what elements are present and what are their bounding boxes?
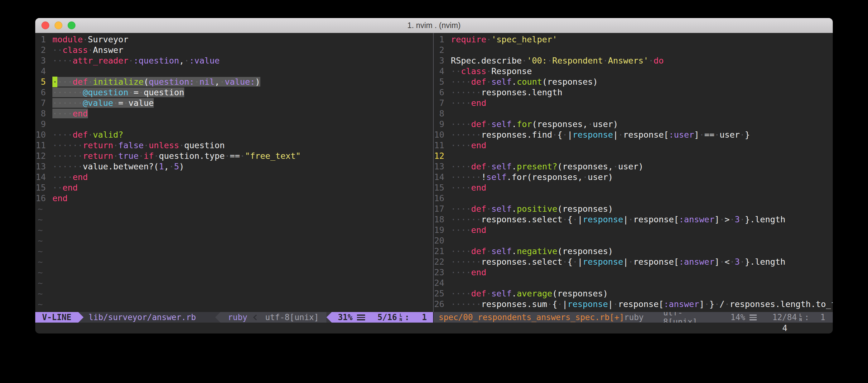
code-token: :answer [679, 214, 715, 224]
code-line: 5····def·initialize(question:·nil,·value… [35, 77, 433, 87]
code-line: 2··class·Answer [35, 45, 433, 56]
code-token: · [88, 45, 93, 55]
code-token: class [63, 45, 88, 55]
code-token: ······ [451, 299, 482, 309]
line-number: 6 [35, 87, 46, 98]
code-token: end [471, 140, 486, 150]
code-text: ····def·self.negative(responses) [451, 246, 613, 256]
code-token: · [486, 289, 491, 298]
statusline-right-window: spec/00_respondents_answers_spec.rb[+] r… [434, 312, 833, 323]
code-text: ····def·self.for(responses,·user) [451, 119, 618, 129]
code-token: self [486, 172, 507, 182]
code-token: ······ [52, 98, 83, 108]
code-token: · [588, 119, 593, 129]
code-token: · [730, 214, 735, 224]
code-line: 3RSpec.describe·'00:·Respondent·Answers'… [434, 56, 833, 66]
code-text: ··class·Response [451, 66, 532, 76]
code-token: · [613, 162, 618, 171]
code-token: 5 [174, 162, 179, 171]
chevron-left-icon [253, 314, 259, 320]
line-number: 14 [434, 172, 444, 182]
code-text: ······value.between?(1,·5) [52, 162, 184, 171]
code-token: ···· [451, 246, 471, 256]
code-token: | [623, 214, 628, 224]
code-token: , [179, 56, 184, 65]
code-token: return [83, 151, 114, 161]
code-token: · [552, 130, 557, 139]
code-token: · [628, 214, 633, 224]
code-token: @value [83, 98, 114, 108]
line-number: 2 [434, 45, 444, 56]
powerline-arrow-left-icon [327, 312, 332, 323]
close-button[interactable] [41, 22, 49, 29]
window-titlebar[interactable]: 1. nvim . (nvim) [35, 18, 833, 33]
line-number: 11 [35, 140, 46, 151]
code-line: 25····def·self.average(responses) [434, 288, 833, 299]
code-token: end [471, 98, 486, 108]
code-token: · [562, 257, 567, 267]
code-line: 11······return·false·unless·question [35, 140, 433, 151]
line-number: 4 [434, 66, 444, 77]
selected-code-text: ······@question·=·question [52, 88, 184, 97]
code-token: ···· [451, 77, 471, 86]
code-line: 7······@value·=·value [35, 98, 433, 108]
code-token: Respondent [552, 56, 603, 65]
code-text: RSpec.describe·'00:·Respondent·Answers'·… [451, 56, 664, 65]
code-line: 4··class·Response [434, 66, 833, 77]
code-token: (responses) [557, 204, 613, 214]
statusline-info-section: ruby utf-8[unix] [220, 312, 327, 323]
line-number: 10 [35, 130, 46, 140]
window-title: 1. nvim . (nvim) [407, 21, 461, 30]
code-token: for [517, 119, 532, 129]
code-token: | [608, 299, 613, 309]
line-number: 5 [434, 77, 444, 87]
code-line: 21····def·self.negative(responses) [434, 246, 833, 256]
mode-indicator: V-LINE [35, 312, 78, 323]
code-line: 18······responses.select·{·|response|·re… [434, 214, 833, 225]
code-text: end [52, 194, 68, 203]
code-line: 16end [35, 193, 433, 204]
line-number: 11 [434, 140, 444, 151]
tilde-empty-line: ~ [35, 256, 433, 267]
code-line: 8····end [35, 108, 433, 119]
filetype-label: ruby [228, 313, 248, 322]
line-number-icon: LN [399, 313, 402, 322]
code-token: { [557, 130, 562, 139]
code-token: self [491, 77, 512, 86]
code-token: · [720, 214, 724, 224]
editor-splits: 1module·Surveyor2··class·Answer3····attr… [35, 33, 833, 312]
line-number: 21 [434, 246, 444, 256]
code-token: · [618, 130, 623, 139]
line-number: 16 [434, 193, 444, 204]
code-text: ····attr_reader·:question,·:value [52, 56, 220, 65]
line-number: 8 [434, 108, 444, 119]
code-token: ······ [451, 88, 482, 97]
code-token: 'spec_helper' [491, 35, 557, 44]
code-token: { [567, 257, 572, 267]
tilde-empty-line: ~ [35, 204, 433, 214]
zoom-button[interactable] [68, 22, 75, 29]
editor-pane-left[interactable]: 1module·Surveyor2··class·Answer3····attr… [35, 34, 433, 312]
code-token: · [169, 162, 174, 171]
tilde-empty-line: ~ [35, 225, 433, 235]
code-token: · [603, 56, 608, 65]
code-text: ··end [52, 183, 78, 193]
code-text: ····end [451, 183, 486, 193]
code-text: ····end [451, 225, 486, 235]
code-token: average [517, 289, 552, 298]
code-token: response[ [633, 257, 679, 267]
column-number: 1 [820, 313, 825, 322]
mode-label: V-LINE [42, 313, 71, 322]
command-line[interactable]: 4 [35, 323, 833, 334]
code-token: · [628, 257, 633, 267]
code-token: == [704, 130, 715, 139]
code-token: · [128, 56, 133, 65]
code-token: ······ [52, 151, 83, 161]
code-token: · [154, 151, 159, 161]
code-token: responses.sum [482, 299, 547, 309]
editor-pane-right[interactable]: 1require·'spec_helper'23RSpec.describe·'… [434, 34, 833, 312]
line-number: 17 [434, 204, 444, 214]
line-number: 1 [434, 34, 444, 45]
minimize-button[interactable] [55, 22, 62, 29]
code-token: def [73, 77, 88, 86]
